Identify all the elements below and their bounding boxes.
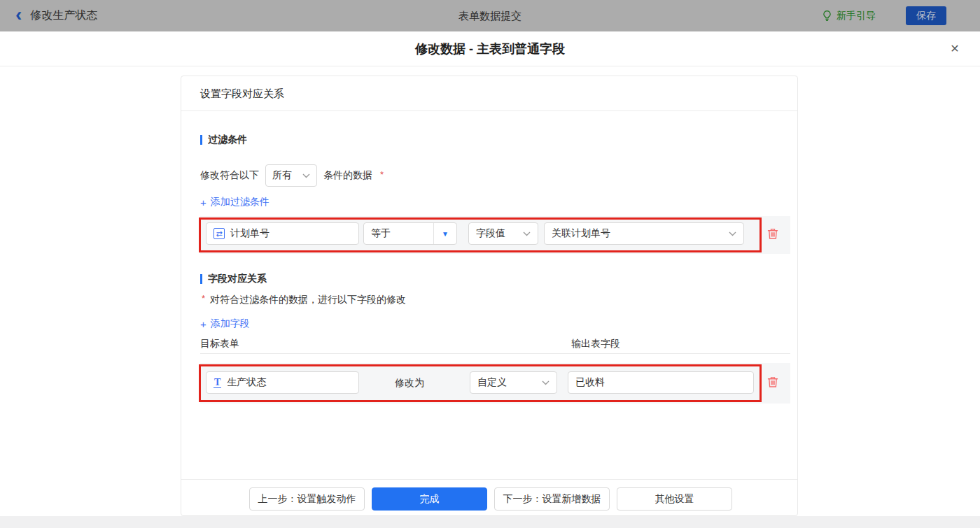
footer-divider (181, 479, 797, 480)
section-bar-icon (200, 135, 202, 145)
filter-field-input[interactable]: ⇄ 计划单号 (206, 222, 359, 245)
save-button[interactable]: 保存 (906, 6, 946, 25)
modify-to-label: 修改为 (395, 371, 424, 394)
target-field-value: 生产状态 (227, 376, 266, 389)
operator-value: 等于 (364, 223, 433, 244)
delete-filter-row-button[interactable] (766, 227, 780, 241)
trash-icon (766, 376, 779, 388)
prev-step-button[interactable]: 上一步：设置触发动作 (249, 487, 365, 511)
chevron-down-icon (542, 380, 550, 385)
mapping-note-text: 对符合过滤条件的数据，进行以下字段的修改 (210, 294, 406, 306)
add-field-label: 添加字段 (211, 317, 250, 330)
match-mode-select[interactable]: 所有 (265, 164, 317, 187)
modify-mode-select[interactable]: 自定义 (470, 371, 557, 394)
mapping-section-title: 字段对应关系 (200, 273, 267, 285)
value-type-value: 字段值 (476, 227, 505, 240)
done-button[interactable]: 完成 (372, 487, 487, 511)
mapping-note: * 对符合过滤条件的数据，进行以下字段的修改 (200, 294, 406, 306)
condition-suffix-label: 条件的数据 (323, 169, 372, 182)
add-filter-condition-link[interactable]: + 添加过滤条件 (200, 196, 270, 208)
serial-number-field-icon: ⇄ (214, 228, 225, 239)
filter-field-value: 计划单号 (230, 227, 270, 240)
beginner-guide-button[interactable]: 新手引导 (822, 0, 876, 31)
dropdown-triangle-icon: ▼ (433, 223, 456, 244)
value-type-select[interactable]: 字段值 (468, 222, 538, 245)
custom-value-input[interactable] (568, 371, 754, 394)
guide-label: 新手引导 (836, 10, 876, 22)
add-field-link[interactable]: + 添加字段 (200, 317, 250, 330)
chevron-down-icon (729, 231, 736, 236)
mapping-section-label: 字段对应关系 (208, 273, 267, 285)
column-header-target-form: 目标表单 (200, 338, 239, 350)
required-asterisk: * (202, 293, 205, 304)
operator-select[interactable]: 等于 ▼ (363, 222, 457, 245)
dialog-header: 修改数据 - 主表到普通字段 (0, 31, 980, 66)
lightbulb-icon (822, 10, 832, 22)
dialog-title: 修改数据 - 主表到普通字段 (0, 31, 980, 66)
add-filter-label: 添加过滤条件 (211, 196, 270, 208)
filter-section-title: 过滤条件 (200, 134, 247, 146)
page-bottom-strip (0, 516, 980, 528)
delete-mapping-row-button[interactable] (766, 376, 780, 390)
text-field-icon: T (214, 377, 221, 388)
required-asterisk: * (380, 169, 384, 180)
section-bar-icon (200, 274, 202, 284)
value-field-select[interactable]: 关联计划单号 (544, 222, 744, 245)
panel-title: 设置字段对应关系 (181, 76, 797, 111)
trash-icon (766, 227, 779, 240)
filter-section-label: 过滤条件 (208, 134, 247, 146)
other-settings-button[interactable]: 其他设置 (617, 487, 732, 511)
field-mapping-panel: 设置字段对应关系 过滤条件 修改符合以下 所有 条件的数据 * + 添加过滤条件… (181, 76, 798, 516)
condition-prefix-label: 修改符合以下 (200, 169, 259, 182)
column-header-output-field: 输出表字段 (571, 338, 620, 350)
match-mode-value: 所有 (272, 169, 292, 182)
modify-mode-value: 自定义 (477, 376, 507, 389)
app-root: ‹ 修改生产状态 表单数据提交 新手引导 保存 修改数据 - 主表到普通字段 ✕… (0, 0, 980, 528)
chevron-down-icon (302, 173, 310, 178)
plus-icon: + (200, 318, 206, 330)
chevron-down-icon (523, 231, 531, 236)
next-step-button[interactable]: 下一步：设置新增数据 (494, 487, 610, 511)
filter-condition-row: 修改符合以下 所有 条件的数据 * (200, 164, 384, 187)
topbar: ‹ 修改生产状态 表单数据提交 新手引导 保存 (0, 0, 980, 31)
column-header-divider (200, 353, 790, 354)
value-field-value: 关联计划单号 (552, 227, 610, 240)
plus-icon: + (200, 197, 206, 208)
close-icon[interactable]: ✕ (946, 41, 963, 57)
target-field-input[interactable]: T 生产状态 (206, 371, 359, 394)
